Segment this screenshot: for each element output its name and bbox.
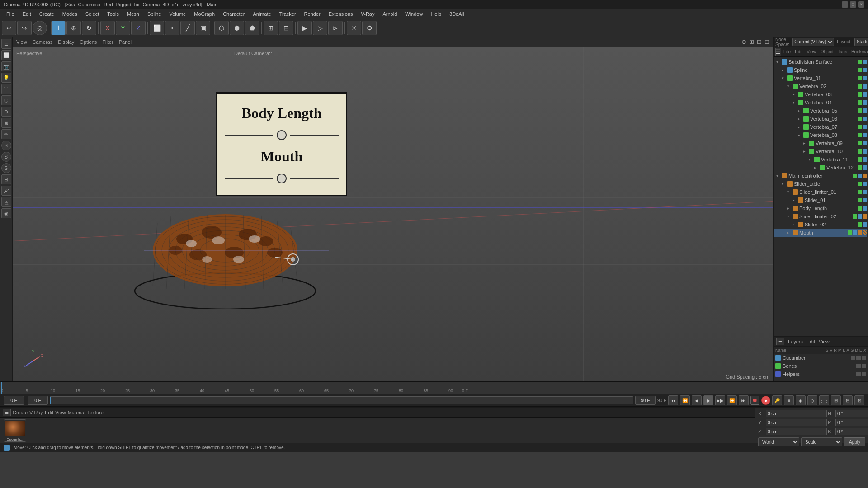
viewport-resize2[interactable]: ⊞: [749, 38, 754, 45]
menu-render[interactable]: Render: [301, 10, 324, 18]
max-frame-input[interactable]: [635, 396, 656, 405]
btn-dope[interactable]: ⋮⋮: [819, 395, 829, 405]
scene-tab-file[interactable]: File: [782, 49, 793, 54]
tree-item-body-length[interactable]: ▸ Body_length: [774, 204, 867, 212]
menu-spline[interactable]: Spline: [144, 10, 165, 18]
toolbar-paint[interactable]: ⬟: [245, 21, 259, 35]
btn-play[interactable]: ▶: [703, 395, 713, 405]
toolbar-scale[interactable]: ⊕: [66, 21, 81, 35]
left-cube[interactable]: ⬜: [1, 50, 11, 60]
toolbar-poly-mode[interactable]: ▣: [196, 21, 210, 35]
tree-item-vertebra12[interactable]: ▸ Vertebra_12: [774, 164, 867, 172]
tree-item-vertebra08[interactable]: ▸ Vertebra_08: [774, 131, 867, 139]
toolbar-settings[interactable]: ⚙: [362, 21, 377, 35]
left-grid[interactable]: ⊞: [1, 174, 11, 184]
maximize-button[interactable]: □: [850, 1, 856, 8]
left-light[interactable]: 💡: [1, 73, 11, 83]
menu-character[interactable]: Character: [219, 10, 248, 18]
tree-item-slider02[interactable]: ▸ Slider_02: [774, 221, 867, 229]
btn-prev-key[interactable]: ⏪: [680, 395, 690, 405]
layers-tab-view[interactable]: View: [819, 339, 830, 344]
scene-tab-view[interactable]: View: [805, 49, 818, 54]
btn-extra3[interactable]: ⊡: [854, 395, 864, 405]
toolbar-model[interactable]: ⬡: [214, 21, 229, 35]
left-select[interactable]: ☰: [1, 39, 11, 49]
layers-tab-edit[interactable]: Edit: [807, 339, 815, 344]
toolbar-x[interactable]: X: [100, 21, 115, 35]
toolbar-render-region[interactable]: ▷: [313, 21, 327, 35]
btn-prev[interactable]: ◀: [692, 395, 702, 405]
scene-tab-bookmarks[interactable]: Bookmarks: [849, 49, 868, 54]
tree-item-vertebra05[interactable]: ▸ Vertebra_05: [774, 107, 867, 115]
tree-item-vertebra03[interactable]: ▸ Vertebra_03: [774, 90, 867, 99]
tree-item-vertebra01[interactable]: ▾ Vertebra_01: [774, 74, 867, 82]
menu-tracker[interactable]: Tracker: [276, 10, 300, 18]
toolbar-light[interactable]: ☀: [347, 21, 361, 35]
tree-item-vertebra10[interactable]: ▸ Vertebra_10: [774, 147, 867, 155]
tree-item-vertebra02[interactable]: ▾ Vertebra_02: [774, 82, 867, 90]
btn-end[interactable]: ⏭: [739, 395, 749, 405]
world-select[interactable]: World: [758, 437, 799, 446]
btn-extra1[interactable]: ⊞: [831, 395, 841, 405]
tree-item-vertebra09[interactable]: ▸ Vertebra_09: [774, 139, 867, 147]
menu-extensions[interactable]: Extensions: [325, 10, 357, 18]
tree-item-slider-table[interactable]: ▾ Slider_table: [774, 180, 867, 188]
layer-row-cucumber[interactable]: Cucumber: [774, 354, 868, 362]
left-camera[interactable]: 📷: [1, 61, 11, 71]
toolbar-snap[interactable]: ⊞: [264, 21, 278, 35]
btn-motion[interactable]: ◈: [796, 395, 806, 405]
scene-tab-edit[interactable]: Edit: [793, 49, 804, 54]
menu-volume[interactable]: Volume: [166, 10, 190, 18]
tree-item-main-controller[interactable]: ▾ Main_controller: [774, 172, 867, 180]
btn-record[interactable]: ⏺: [750, 396, 760, 405]
material-thumbnail-cucumber[interactable]: Cucumb...: [4, 419, 26, 442]
tree-item-spline[interactable]: ▸ Spline: [774, 66, 867, 74]
menu-arnold[interactable]: Arnold: [379, 10, 401, 18]
left-s1[interactable]: S: [1, 141, 11, 150]
toolbar-y[interactable]: Y: [116, 21, 130, 35]
tree-item-subdivision[interactable]: ▾ Subdivision Surface: [774, 58, 867, 66]
browser-tab-material[interactable]: Material: [68, 410, 85, 415]
menu-modes[interactable]: Modes: [59, 10, 81, 18]
toolbar-sculpt[interactable]: ⬢: [230, 21, 244, 35]
left-shape[interactable]: ◬: [1, 197, 11, 207]
browser-tab-texture[interactable]: Texture: [87, 410, 104, 415]
coord-h-input[interactable]: [835, 410, 868, 417]
scale-select[interactable]: Scale: [801, 437, 842, 446]
viewport-menu-filter[interactable]: Filter: [102, 39, 113, 45]
tree-item-slider01[interactable]: ▸ Slider_01: [774, 196, 867, 204]
timeline-scrub[interactable]: [50, 396, 633, 404]
viewport-menu-display[interactable]: Display: [58, 39, 74, 45]
menu-window[interactable]: Window: [401, 10, 426, 18]
playhead[interactable]: [1, 382, 2, 394]
layout-select[interactable]: Startup: [854, 38, 868, 46]
menu-animate[interactable]: Animate: [249, 10, 274, 18]
menu-mesh[interactable]: Mesh: [123, 10, 143, 18]
browser-tab-vray[interactable]: V-Ray: [29, 410, 43, 415]
viewport-resize4[interactable]: ⊟: [764, 38, 769, 45]
toolbar-undo[interactable]: ↩: [2, 21, 16, 35]
toolbar-obj-mode[interactable]: ⬜: [150, 21, 164, 35]
layer-row-bones[interactable]: Bones: [774, 362, 868, 370]
viewport-resize1[interactable]: ⊕: [741, 38, 746, 45]
node-space-select[interactable]: Current (V-Ray): [792, 38, 834, 46]
current-frame-input[interactable]: [4, 396, 24, 405]
left-sculpt[interactable]: ◉: [1, 208, 11, 218]
toolbar-live[interactable]: ◎: [33, 21, 47, 35]
btn-timeline-mode[interactable]: ≡: [784, 395, 794, 405]
tree-item-vertebra06[interactable]: ▸ Vertebra_06: [774, 115, 867, 123]
viewport-menu-panel[interactable]: Panel: [119, 39, 132, 45]
btn-next[interactable]: ▶▶: [715, 395, 725, 405]
minimize-button[interactable]: ─: [842, 1, 848, 8]
viewport-menu-view[interactable]: View: [16, 39, 27, 45]
menu-mograph[interactable]: MoGraph: [190, 10, 218, 18]
toolbar-render-all[interactable]: ⊳: [328, 21, 343, 35]
menu-file[interactable]: File: [3, 10, 18, 18]
browser-tab-view[interactable]: View: [55, 410, 66, 415]
browser-menu-icon[interactable]: ☰: [3, 409, 11, 416]
scene-panel-icon[interactable]: ☰: [775, 48, 781, 56]
coord-z-input[interactable]: [766, 428, 827, 435]
left-sym[interactable]: ⊠: [1, 118, 11, 128]
left-s2[interactable]: S: [1, 152, 11, 162]
scene-tab-tags[interactable]: Tags: [836, 49, 849, 54]
